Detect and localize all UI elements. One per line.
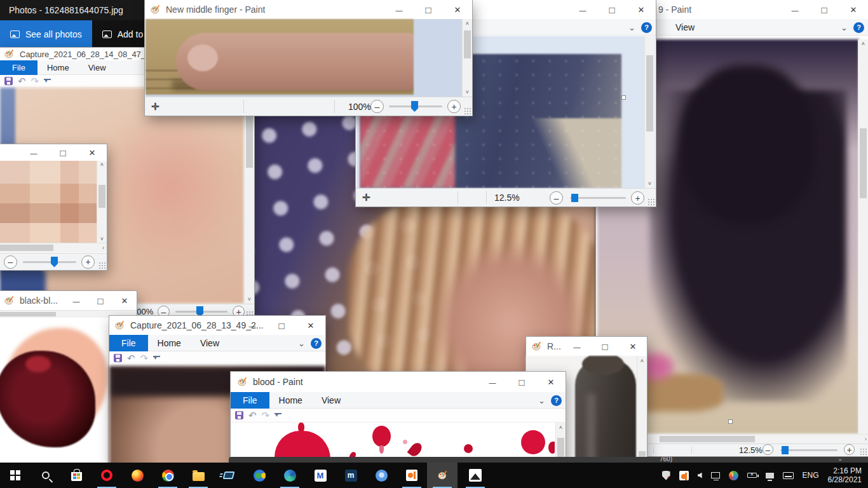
undo-icon[interactable]: [127, 353, 135, 364]
zoom-out-button[interactable]: [550, 191, 563, 205]
keyboard-icon[interactable]: [783, 472, 794, 479]
undo-icon[interactable]: [248, 410, 257, 421]
scroll-down-icon[interactable]: ˅: [245, 296, 254, 302]
scrollbar-thumb[interactable]: [98, 185, 105, 208]
tab-home[interactable]: Home: [148, 335, 191, 351]
finger-window-canvas[interactable]: [146, 19, 414, 95]
save-icon[interactable]: [235, 411, 243, 419]
zoom-out-button[interactable]: [4, 255, 17, 269]
scrollbar-thumb[interactable]: [860, 128, 867, 198]
resize-grip[interactable]: [464, 107, 471, 114]
blackbl-titlebar[interactable]: black-bl...: [0, 291, 137, 310]
small-window-vscrollbar[interactable]: ˄ ˅: [97, 161, 107, 243]
help-icon[interactable]: [641, 22, 652, 33]
start-button[interactable]: [0, 463, 31, 488]
customize-toolbar-icon[interactable]: [153, 356, 160, 361]
network-icon[interactable]: [711, 472, 720, 478]
maximize-icon[interactable]: [597, 0, 627, 19]
ribbon-collapse-icon[interactable]: [298, 337, 305, 349]
minimize-icon[interactable]: [238, 316, 267, 335]
minimize-icon[interactable]: [478, 372, 507, 392]
taskbar-blue-app[interactable]: [214, 463, 244, 488]
taskbar-chrome[interactable]: [153, 463, 183, 488]
canvas-resize-handle[interactable]: [728, 419, 733, 424]
tab-view[interactable]: View: [79, 60, 116, 75]
zoom-slider-thumb[interactable]: [411, 101, 418, 112]
scroll-up-icon[interactable]: ˄: [97, 161, 107, 168]
tab-home[interactable]: Home: [269, 392, 312, 409]
zoom-out-button[interactable]: [370, 100, 384, 113]
resize-grip[interactable]: [860, 448, 867, 455]
r-window-titlebar[interactable]: R...: [526, 337, 647, 356]
help-icon[interactable]: [853, 22, 864, 33]
blood-titlebar[interactable]: blood - Paint: [231, 372, 566, 392]
maximize-icon[interactable]: [88, 291, 112, 310]
chevron-down-icon[interactable]: ⌄: [837, 457, 843, 462]
finger-window-titlebar[interactable]: New middle finger - Paint: [145, 0, 472, 19]
minimize-icon[interactable]: [568, 0, 597, 19]
ribbon-collapse-icon[interactable]: [841, 22, 848, 33]
taskbar-edge[interactable]: [275, 463, 305, 488]
zoom-slider-thumb[interactable]: [571, 194, 578, 202]
taskbar-file-explorer[interactable]: [183, 463, 214, 488]
zoom-slider-thumb[interactable]: [782, 446, 789, 454]
tab-view[interactable]: View: [191, 335, 229, 351]
battery-icon[interactable]: [747, 473, 757, 478]
scroll-up-icon[interactable]: ˄: [858, 41, 868, 47]
close-icon[interactable]: [627, 0, 656, 19]
paint-window-small[interactable]: ˄ ˅ ›: [0, 144, 107, 270]
security-shield-icon[interactable]: ✕: [662, 471, 670, 480]
close-icon[interactable]: [536, 372, 566, 392]
language-indicator[interactable]: ENG: [803, 471, 819, 480]
scroll-down-icon[interactable]: ˅: [463, 89, 472, 95]
redo-icon[interactable]: [140, 353, 149, 364]
zoom-in-button[interactable]: [81, 255, 95, 269]
capture1349-titlebar[interactable]: Capture_2021_06_28_13_49_2...: [109, 316, 325, 335]
volume-icon[interactable]: [698, 473, 702, 478]
minimize-icon[interactable]: [19, 144, 48, 161]
small-window-titlebar[interactable]: [0, 144, 107, 161]
scroll-up-icon[interactable]: ˄: [637, 358, 647, 364]
scroll-down-icon[interactable]: ˅: [645, 180, 654, 187]
maximize-icon[interactable]: [810, 0, 839, 19]
close-icon[interactable]: [619, 337, 647, 356]
scroll-up-icon[interactable]: ˄: [556, 424, 566, 431]
download-manager-icon[interactable]: [729, 471, 738, 480]
clock[interactable]: 2:16 PM 6/28/2021: [828, 466, 862, 484]
minimize-icon[interactable]: [384, 0, 414, 19]
tab-file[interactable]: File: [109, 335, 148, 351]
taskbar-chromium[interactable]: [366, 463, 397, 488]
tab-view[interactable]: View: [666, 19, 704, 36]
right-window-vscrollbar[interactable]: ˄: [858, 39, 868, 434]
taskbar-m-app[interactable]: [305, 463, 336, 488]
save-icon[interactable]: [114, 354, 122, 362]
zoom-slider[interactable]: [23, 261, 76, 263]
zoom-slider[interactable]: [570, 197, 626, 199]
zoom-slider-thumb[interactable]: [51, 257, 58, 268]
scrollbar-thumb[interactable]: [0, 312, 56, 316]
small-window-canvas[interactable]: [0, 161, 97, 243]
ribbon-collapse-icon[interactable]: [628, 22, 635, 33]
redo-icon[interactable]: [262, 410, 270, 421]
small-window-hscrollbar[interactable]: ›: [0, 243, 107, 252]
maximize-icon[interactable]: [414, 0, 443, 19]
taskbar-firefox[interactable]: [122, 463, 153, 488]
tab-home[interactable]: Home: [37, 60, 79, 75]
resize-grip[interactable]: [98, 262, 105, 269]
taskbar-photos[interactable]: [460, 463, 491, 488]
save-icon[interactable]: [4, 77, 13, 85]
see-all-photos-button[interactable]: See all photos: [0, 20, 92, 48]
close-icon[interactable]: [78, 144, 107, 161]
close-icon[interactable]: [296, 316, 325, 335]
ribbon-collapse-icon[interactable]: [538, 395, 545, 406]
close-icon[interactable]: [443, 0, 472, 19]
taskbar-opera[interactable]: [92, 463, 122, 488]
monitor-icon[interactable]: [766, 473, 774, 478]
zoom-slider[interactable]: [175, 311, 227, 313]
close-icon[interactable]: [839, 0, 868, 19]
blue-window-vscrollbar[interactable]: ˅: [644, 36, 654, 188]
scroll-right-icon[interactable]: ›: [102, 245, 104, 251]
taskbar-maxthon[interactable]: [336, 463, 366, 488]
minimize-icon[interactable]: [780, 0, 810, 19]
zoom-slider[interactable]: [780, 449, 837, 451]
